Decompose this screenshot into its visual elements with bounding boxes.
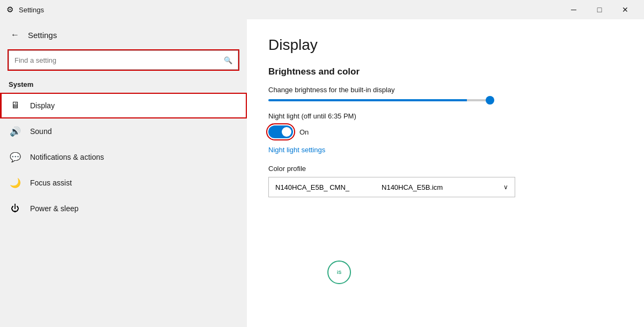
sidebar-item-focus[interactable]: 🌙 Focus assist	[0, 170, 247, 196]
toggle-on-label: On	[299, 128, 309, 136]
night-light-settings-link[interactable]: Night light settings	[268, 146, 325, 154]
color-profile-dropdown[interactable]: N140HCA_E5B_ CMN_ N140HCA_E5B.icm ∨	[268, 177, 515, 197]
brightness-label: Change brightness for the built-in displ…	[268, 86, 623, 94]
system-label: System	[0, 78, 247, 93]
watermark-text: iS	[337, 270, 342, 276]
back-button[interactable]: ←	[9, 28, 21, 42]
sidebar: ← Settings 🔍 System 🖥 Display 🔊 Sound 💬 …	[0, 19, 247, 327]
slider-thumb	[486, 96, 494, 105]
sound-icon: 🔊	[9, 125, 21, 138]
notifications-icon: 💬	[9, 151, 21, 164]
toggle-row: On	[268, 125, 623, 138]
app-container: ← Settings 🔍 System 🖥 Display 🔊 Sound 💬 …	[0, 19, 644, 327]
sidebar-item-label-notifications: Notifications & actions	[30, 153, 104, 161]
section-title: Brightness and color	[268, 66, 623, 77]
watermark-badge: iS	[327, 261, 351, 284]
content-panel: Display Brightness and color Change brig…	[247, 19, 644, 327]
dropdown-text: N140HCA_E5B_ CMN_ N140HCA_E5B.icm	[275, 183, 443, 191]
back-icon: ←	[11, 30, 19, 40]
focus-icon: 🌙	[9, 176, 21, 189]
sidebar-item-power[interactable]: ⏻ Power & sleep	[0, 196, 247, 221]
sidebar-item-label-power: Power & sleep	[30, 204, 78, 213]
sidebar-item-notifications[interactable]: 💬 Notifications & actions	[0, 144, 247, 170]
sidebar-item-display[interactable]: 🖥 Display	[0, 93, 247, 118]
night-light-toggle[interactable]	[268, 125, 293, 138]
app-icon: ⚙	[6, 5, 13, 14]
maximize-button[interactable]: □	[587, 0, 612, 19]
sidebar-header: ← Settings	[0, 24, 247, 50]
sidebar-item-label-focus: Focus assist	[30, 179, 72, 187]
chevron-down-icon: ∨	[503, 183, 508, 191]
sidebar-item-sound[interactable]: 🔊 Sound	[0, 118, 247, 144]
toggle-knob	[282, 127, 291, 137]
sidebar-item-label-display: Display	[30, 101, 55, 110]
color-profile-value1: N140HCA_E5B_ CMN_	[275, 183, 349, 191]
brightness-slider-container	[268, 99, 623, 101]
color-profile-label: Color profile	[268, 165, 623, 173]
search-icon: 🔍	[224, 56, 232, 64]
sidebar-item-label-sound: Sound	[30, 127, 52, 136]
search-input[interactable]	[14, 56, 219, 64]
page-title: Display	[268, 36, 623, 54]
display-icon: 🖥	[9, 99, 21, 112]
titlebar-title: Settings	[19, 6, 44, 14]
night-light-label: Night light (off until 6:35 PM)	[268, 112, 623, 120]
titlebar: ⚙ Settings ─ □ ✕	[0, 0, 644, 19]
color-profile-value2: N140HCA_E5B.icm	[382, 183, 443, 191]
minimize-button[interactable]: ─	[561, 0, 586, 19]
close-button[interactable]: ✕	[613, 0, 638, 19]
brightness-slider[interactable]	[268, 99, 494, 101]
sidebar-app-title: Settings	[28, 31, 57, 40]
titlebar-controls: ─ □ ✕	[561, 0, 638, 19]
power-icon: ⏻	[9, 202, 21, 215]
titlebar-left: ⚙ Settings	[6, 5, 44, 14]
search-box[interactable]: 🔍	[9, 50, 238, 70]
